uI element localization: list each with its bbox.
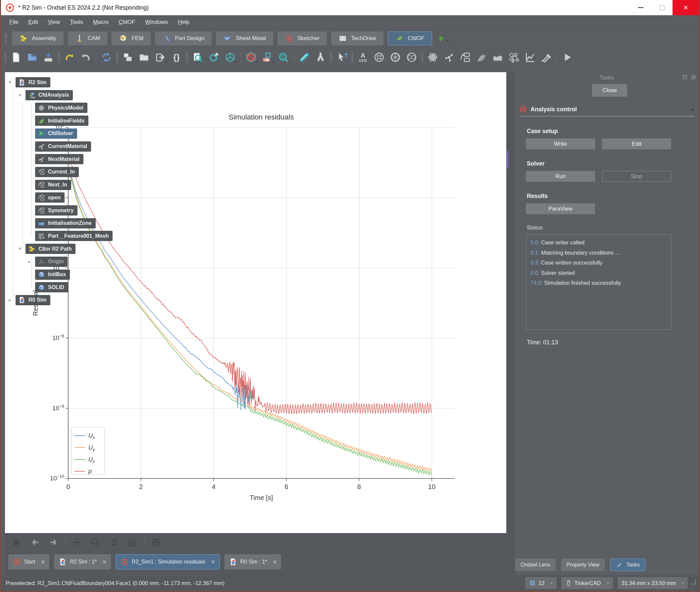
dropdown-caret-icon[interactable]: ▾: [551, 581, 553, 585]
menu-view[interactable]: View: [43, 17, 65, 28]
axes-edit-button[interactable]: [126, 535, 140, 549]
part-boxes-button[interactable]: [120, 50, 135, 64]
doc-tab-r2-sim1-simulation-residuals[interactable]: R2_Sim1 : Simulation residuals×: [115, 554, 220, 570]
tree-collapse-arrow[interactable]: ▾: [17, 246, 23, 252]
run-button[interactable]: Run: [526, 171, 595, 182]
mesh-sphere-3-button[interactable]: ▾: [404, 50, 419, 64]
close-task-button[interactable]: Close: [592, 84, 627, 97]
menu-help[interactable]: Help: [173, 17, 194, 28]
workbench-assembly[interactable]: Assembly: [12, 32, 63, 45]
minimize-button[interactable]: [630, 0, 651, 15]
mesh-sphere-2-button[interactable]: [388, 50, 403, 64]
toolbar-grip[interactable]: [115, 52, 119, 62]
close-window-button[interactable]: ×: [672, 0, 699, 15]
tree-item-cfdsolver[interactable]: CfdSolver: [35, 129, 77, 139]
tree-item-part-feature001-mesh[interactable]: Part__Feature001_Mesh: [35, 231, 112, 241]
boundary-condition-button[interactable]: [458, 50, 472, 64]
workbench-sheet-metal[interactable]: Sheet Metal: [216, 32, 273, 45]
menu-edit[interactable]: Edit: [23, 17, 43, 28]
statusbar-widget-tinkercad[interactable]: TinkerCAD▾: [561, 577, 613, 589]
tree-item-origin[interactable]: Origin: [35, 257, 67, 267]
tree-item-symmetry[interactable]: Symmetry: [35, 205, 78, 215]
subplot-sliders-button[interactable]: [107, 535, 121, 549]
dropdown-caret-icon[interactable]: ▾: [682, 581, 684, 585]
whats-this-button[interactable]: ?: [335, 50, 349, 64]
toolbar-grip[interactable]: [4, 33, 8, 44]
dock-panel-icon[interactable]: [682, 74, 688, 80]
workbench-cam[interactable]: CAM: [68, 32, 108, 45]
tree-item-cfdanalysis[interactable]: CFDCfdAnalysis: [26, 90, 73, 100]
tree-item-next-in[interactable]: Next_In: [35, 180, 71, 190]
write-button[interactable]: Write: [526, 138, 595, 149]
toolbar-grip[interactable]: [186, 52, 189, 62]
workbench-fem[interactable]: FEM: [112, 32, 151, 45]
back-arrow-button[interactable]: [28, 535, 42, 549]
mesh-sphere-button[interactable]: [372, 50, 387, 64]
toolbar-grip[interactable]: [330, 52, 333, 62]
toolbar-grip[interactable]: [351, 52, 354, 62]
toolbar-grip[interactable]: [420, 52, 424, 62]
refresh-button[interactable]: [99, 50, 114, 64]
float-panel-icon[interactable]: [690, 74, 696, 80]
cfd-text-button[interactable]: ACFD: [356, 50, 370, 64]
tree-collapse-arrow[interactable]: ▾: [17, 92, 23, 98]
toolbar-grip[interactable]: [4, 52, 7, 62]
resize-grip[interactable]: [690, 579, 696, 584]
material-molecule-button[interactable]: [442, 50, 456, 64]
zoom-document-button[interactable]: [190, 50, 205, 64]
statusbar-widget-31-34-mm-x-23-50-mm[interactable]: 31.34 mm x 23.50 mm▾: [617, 577, 688, 589]
workbench-sketcher[interactable]: Sketcher: [278, 32, 327, 45]
menu-cfdof[interactable]: CfdOF: [113, 17, 140, 28]
menu-tools[interactable]: Tools: [65, 17, 88, 28]
add-workbench-button[interactable]: +▾: [438, 33, 444, 44]
pan-button[interactable]: [70, 535, 84, 549]
zoom-rect-button[interactable]: [89, 535, 103, 549]
close-tab-icon[interactable]: ×: [41, 558, 45, 565]
menu-windows[interactable]: Windows: [140, 17, 173, 28]
dock-button-tasks[interactable]: Tasks: [610, 558, 645, 571]
tree-item-initialisationzone[interactable]: InitialisationZone: [35, 218, 96, 229]
maximize-button[interactable]: [651, 0, 672, 15]
workbench-part-design[interactable]: Part Design: [155, 32, 212, 45]
tree-item-solid[interactable]: SOLID: [35, 282, 68, 292]
free-surface-wave-button[interactable]: [490, 50, 505, 64]
tree-item-physicsmodel[interactable]: PhysicsModel: [35, 103, 88, 113]
toolbar-grip[interactable]: [57, 52, 61, 62]
measure-ruler-button[interactable]: [297, 50, 312, 64]
menu-file[interactable]: File: [4, 17, 23, 28]
tree-item-currentmaterial[interactable]: CurrentMaterial: [35, 141, 91, 152]
macro-braces-button[interactable]: {}: [169, 50, 184, 64]
paraview-button[interactable]: ParaView: [526, 203, 595, 214]
tree-expand-arrow[interactable]: ▸: [7, 297, 13, 303]
3d-viewport[interactable]: 024681010010−210−410−610−810−10Simulatio…: [5, 72, 506, 533]
drag-view-button[interactable]: ▾: [260, 50, 274, 64]
iso-cube-button[interactable]: ▾: [223, 50, 238, 64]
save-button[interactable]: [41, 50, 56, 64]
tree-item-r2-sim[interactable]: R2 Sim: [15, 77, 50, 87]
undo-button[interactable]: ▾: [62, 50, 77, 64]
tree-item-c8or-r2-path[interactable]: C8or R2 Path: [26, 244, 76, 254]
statusbar-widget-12[interactable]: 12▾: [525, 577, 556, 589]
collapse-section-icon[interactable]: ▲: [690, 107, 695, 112]
workbench-techdraw[interactable]: TechDraw: [331, 32, 384, 45]
redo-button[interactable]: ▾: [79, 50, 93, 64]
tree-item-initbox[interactable]: InitBox: [35, 269, 70, 280]
clip-plane-button[interactable]: ▾: [244, 50, 258, 64]
home-button[interactable]: [10, 535, 23, 549]
tree-item-nextmaterial[interactable]: NextMaterial: [35, 154, 84, 164]
close-tab-icon[interactable]: ×: [103, 558, 106, 565]
dock-button-ondsel-lens[interactable]: Ondsel Lens: [515, 558, 556, 571]
edit-button[interactable]: Edit: [602, 138, 671, 149]
close-tab-icon[interactable]: ×: [211, 558, 215, 565]
initialise-leaf-button[interactable]: [474, 50, 489, 64]
tree-item-initialisefields[interactable]: InitialiseFields: [35, 115, 88, 126]
save-figure-button[interactable]: [149, 535, 163, 549]
doc-tab-start[interactable]: Start×: [8, 554, 49, 570]
new-document-button[interactable]: [9, 50, 23, 64]
dock-button-property-view[interactable]: Property View: [561, 558, 605, 571]
workbench-cfdof[interactable]: CfdOF: [388, 32, 432, 45]
open-folder-button[interactable]: [25, 50, 39, 64]
solve-arrows-button[interactable]: [539, 50, 554, 64]
caliper-button[interactable]: [313, 50, 328, 64]
physics-atom-button[interactable]: [426, 50, 440, 64]
